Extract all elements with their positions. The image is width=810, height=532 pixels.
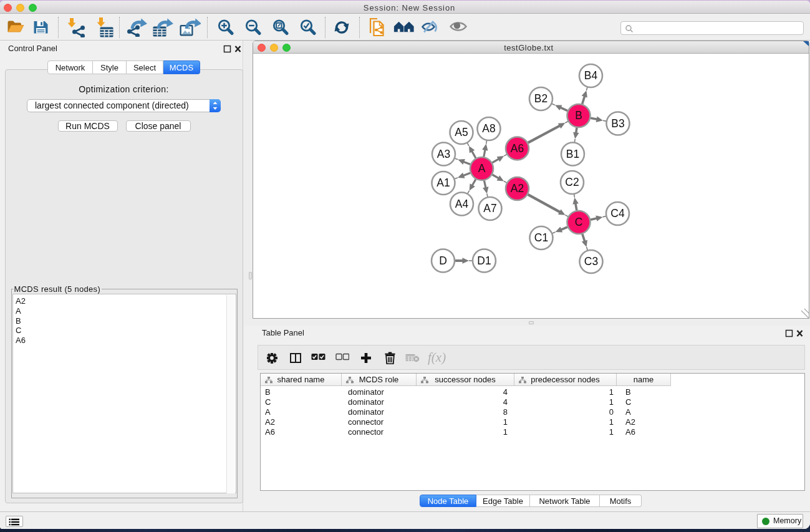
svg-text:D1: D1 bbox=[477, 254, 491, 267]
svg-text:C2: C2 bbox=[565, 176, 579, 188]
svg-text:B: B bbox=[575, 109, 582, 122]
svg-text:D: D bbox=[439, 254, 447, 267]
svg-text:A5: A5 bbox=[455, 126, 468, 138]
svg-text:A3: A3 bbox=[436, 148, 450, 160]
svg-text:C3: C3 bbox=[584, 255, 597, 268]
svg-text:A1: A1 bbox=[436, 177, 450, 189]
svg-text:A2: A2 bbox=[510, 182, 523, 195]
svg-text:B4: B4 bbox=[584, 69, 597, 82]
svg-text:C4: C4 bbox=[610, 207, 625, 220]
svg-text:A8: A8 bbox=[482, 122, 495, 135]
svg-text:B1: B1 bbox=[566, 148, 579, 160]
svg-text:A6: A6 bbox=[510, 142, 523, 155]
svg-text:C: C bbox=[574, 216, 582, 228]
svg-text:C1: C1 bbox=[534, 231, 547, 244]
svg-text:B2: B2 bbox=[534, 92, 547, 105]
svg-text:A7: A7 bbox=[483, 202, 496, 215]
svg-text:B3: B3 bbox=[611, 117, 624, 130]
svg-text:A: A bbox=[478, 162, 485, 175]
svg-text:A4: A4 bbox=[455, 198, 468, 210]
